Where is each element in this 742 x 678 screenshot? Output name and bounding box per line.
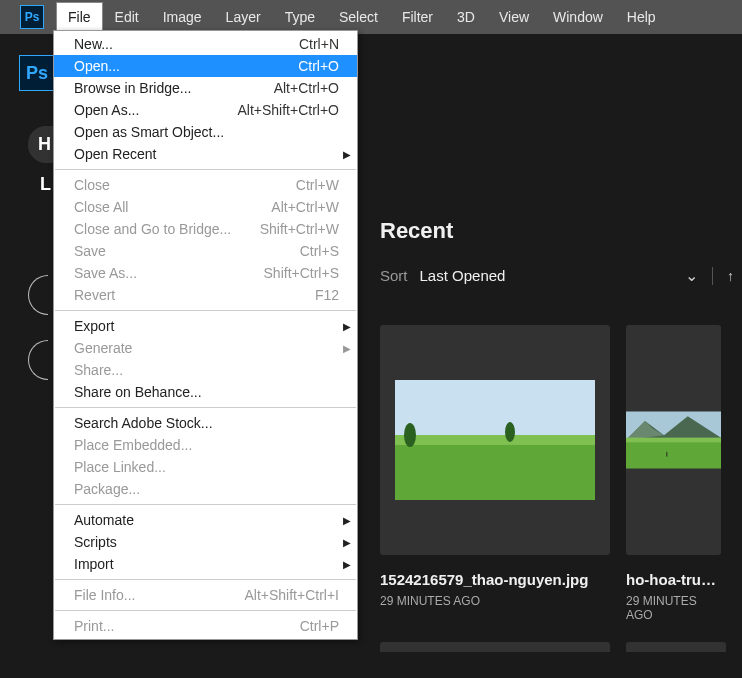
menu-item-new[interactable]: New...Ctrl+N — [54, 33, 357, 55]
menu-item-browse-in-bridge[interactable]: Browse in Bridge...Alt+Ctrl+O — [54, 77, 357, 99]
file-menu-dropdown: New...Ctrl+NOpen...Ctrl+OBrowse in Bridg… — [53, 30, 358, 640]
menu-item-label: Save As... — [74, 265, 137, 281]
menu-item-label: Save — [74, 243, 106, 259]
thumb-placeholder — [626, 642, 726, 652]
svg-rect-2 — [395, 435, 595, 445]
menu-separator — [55, 310, 356, 311]
menu-shortcut: Ctrl+O — [298, 58, 339, 74]
submenu-arrow-icon: ▶ — [343, 515, 351, 526]
menu-item-open-recent[interactable]: Open Recent▶ — [54, 143, 357, 165]
menu-item-label: Share... — [74, 362, 123, 378]
sort-direction-icon[interactable]: ↑ — [727, 268, 734, 284]
submenu-arrow-icon: ▶ — [343, 321, 351, 332]
learn-letter: L — [40, 174, 51, 195]
menu-item-label: Place Embedded... — [74, 437, 192, 453]
sort-label: Sort — [380, 267, 408, 284]
menu-item-close-and-go-to-bridge: Close and Go to Bridge...Shift+Ctrl+W — [54, 218, 357, 240]
menu-shortcut: Ctrl+S — [300, 243, 339, 259]
menu-item-label: Open as Smart Object... — [74, 124, 224, 140]
app-icon: Ps — [20, 5, 44, 29]
round-button-2[interactable] — [28, 340, 48, 380]
svg-rect-9 — [626, 438, 721, 443]
menu-separator — [55, 610, 356, 611]
menu-shortcut: Alt+Ctrl+O — [274, 80, 339, 96]
menu-item-place-linked: Place Linked... — [54, 456, 357, 478]
submenu-arrow-icon: ▶ — [343, 149, 351, 160]
menu-item-label: Print... — [74, 618, 114, 634]
menu-item-save-as: Save As...Shift+Ctrl+S — [54, 262, 357, 284]
thumbnail-filename: 1524216579_thao-nguyen.jpg — [380, 571, 610, 588]
app-badge: Ps — [19, 55, 55, 91]
chevron-down-icon[interactable]: ⌄ — [685, 266, 698, 285]
menu-shortcut: Shift+Ctrl+S — [264, 265, 339, 281]
menu-item-scripts[interactable]: Scripts▶ — [54, 531, 357, 553]
menu-shortcut: Shift+Ctrl+W — [260, 221, 339, 237]
thumbnail-image — [380, 325, 610, 555]
svg-rect-0 — [395, 380, 595, 440]
menu-item-share: Share... — [54, 359, 357, 381]
menu-item-label: Close — [74, 177, 110, 193]
menu-item-revert: RevertF12 — [54, 284, 357, 306]
recent-item[interactable]: 1524216579_thao-nguyen.jpg29 minutes ago — [380, 325, 610, 622]
round-button-1[interactable] — [28, 275, 48, 315]
menu-item-label: Scripts — [74, 534, 117, 550]
recent-thumbnails: 1524216579_thao-nguyen.jpg29 minutes ago… — [380, 325, 742, 622]
menu-item-file-info: File Info...Alt+Shift+Ctrl+I — [54, 584, 357, 606]
sort-row: Sort Last Opened ⌄ ↑ — [380, 266, 742, 285]
menu-item-import[interactable]: Import▶ — [54, 553, 357, 575]
menu-item-label: Close All — [74, 199, 128, 215]
menu-item-label: Close and Go to Bridge... — [74, 221, 231, 237]
menu-item-label: Open As... — [74, 102, 139, 118]
submenu-arrow-icon: ▶ — [343, 537, 351, 548]
menu-item-open-as-smart-object[interactable]: Open as Smart Object... — [54, 121, 357, 143]
recent-item[interactable]: ho-hoa-trung-d29 minutes ago — [626, 325, 721, 622]
menu-item-save: SaveCtrl+S — [54, 240, 357, 262]
menu-file[interactable]: File — [56, 2, 103, 32]
recent-title: Recent — [380, 218, 742, 244]
menu-shortcut: Alt+Shift+Ctrl+I — [244, 587, 339, 603]
menu-item-label: File Info... — [74, 587, 135, 603]
menu-item-label: Import — [74, 556, 114, 572]
menu-separator — [55, 504, 356, 505]
menu-edit[interactable]: Edit — [103, 2, 151, 32]
menu-item-label: Browse in Bridge... — [74, 80, 192, 96]
svg-rect-1 — [395, 440, 595, 500]
menu-item-place-embedded: Place Embedded... — [54, 434, 357, 456]
thumbnail-time: 29 minutes ago — [380, 594, 610, 608]
divider — [712, 267, 713, 285]
thumbnail-time: 29 minutes ago — [626, 594, 721, 622]
menu-image[interactable]: Image — [151, 2, 214, 32]
sort-value[interactable]: Last Opened — [420, 267, 506, 284]
menu-item-search-adobe-stock[interactable]: Search Adobe Stock... — [54, 412, 357, 434]
svg-point-4 — [505, 422, 515, 442]
menu-item-label: Generate — [74, 340, 132, 356]
menu-item-export[interactable]: Export▶ — [54, 315, 357, 337]
svg-point-3 — [404, 423, 416, 447]
menu-shortcut: F12 — [315, 287, 339, 303]
svg-rect-8 — [626, 440, 721, 469]
recent-panel: Recent Sort Last Opened ⌄ ↑ 1524216579_t… — [380, 0, 742, 678]
menu-item-close: CloseCtrl+W — [54, 174, 357, 196]
menu-layer[interactable]: Layer — [214, 2, 273, 32]
menu-item-close-all: Close AllAlt+Ctrl+W — [54, 196, 357, 218]
menu-item-package: Package... — [54, 478, 357, 500]
menu-item-label: Search Adobe Stock... — [74, 415, 213, 431]
menu-item-open[interactable]: Open...Ctrl+O — [54, 55, 357, 77]
menu-shortcut: Ctrl+W — [296, 177, 339, 193]
menu-shortcut: Ctrl+P — [300, 618, 339, 634]
menu-item-label: New... — [74, 36, 113, 52]
thumb-placeholder — [380, 642, 610, 652]
menu-item-generate: Generate▶ — [54, 337, 357, 359]
menu-item-label: Package... — [74, 481, 140, 497]
menu-shortcut: Ctrl+N — [299, 36, 339, 52]
menu-item-label: Export — [74, 318, 114, 334]
svg-rect-10 — [666, 452, 667, 457]
menu-item-open-as[interactable]: Open As...Alt+Shift+Ctrl+O — [54, 99, 357, 121]
menu-item-share-on-behance[interactable]: Share on Behance... — [54, 381, 357, 403]
menu-item-label: Open... — [74, 58, 120, 74]
thumbnail-filename: ho-hoa-trung-d — [626, 571, 721, 588]
menu-type[interactable]: Type — [273, 2, 327, 32]
thumbnail-image — [626, 325, 721, 555]
menu-item-automate[interactable]: Automate▶ — [54, 509, 357, 531]
menu-shortcut: Alt+Shift+Ctrl+O — [237, 102, 339, 118]
